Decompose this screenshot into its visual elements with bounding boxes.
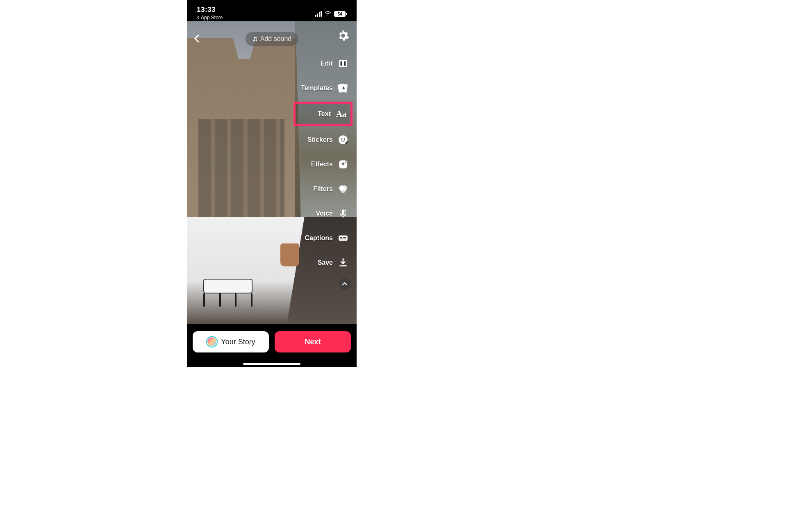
tool-templates[interactable]: Templates	[298, 80, 352, 96]
battery-level: 54	[337, 12, 342, 16]
tool-save[interactable]: Save	[298, 255, 352, 271]
wifi-icon	[324, 10, 332, 18]
effects-icon	[337, 158, 349, 171]
tool-edit[interactable]: Edit	[298, 56, 352, 71]
phone-frame: 13:33 App Store 54	[187, 0, 357, 367]
tool-effects[interactable]: Effects	[298, 157, 352, 172]
tool-save-label: Save	[318, 259, 333, 266]
add-sound-label: Add sound	[260, 35, 292, 43]
collapse-tools-button[interactable]	[339, 278, 351, 290]
back-caret-icon	[197, 16, 200, 19]
stickers-icon	[337, 134, 349, 146]
settings-button[interactable]	[337, 30, 349, 43]
svg-rect-15	[340, 239, 343, 239]
svg-rect-16	[344, 239, 346, 239]
edit-icon	[337, 57, 349, 70]
text-icon: Aa	[335, 108, 347, 120]
add-sound-button[interactable]: Add sound	[246, 32, 298, 46]
next-label: Next	[305, 338, 321, 346]
tool-effects-label: Effects	[311, 161, 333, 168]
templates-icon	[337, 82, 349, 94]
chevron-left-icon	[193, 34, 202, 43]
status-back-label: App Store	[201, 15, 223, 20]
avatar-ring	[206, 336, 218, 348]
tool-filters-label: Filters	[313, 185, 333, 193]
captions-icon	[337, 232, 349, 244]
status-time: 13:33	[197, 6, 223, 14]
tool-captions[interactable]: Captions	[298, 230, 352, 246]
tool-text[interactable]: Text Aa	[293, 102, 353, 126]
chevron-up-icon	[341, 280, 348, 288]
svg-rect-14	[343, 237, 346, 238]
svg-point-10	[341, 188, 346, 193]
voice-icon	[337, 207, 349, 220]
svg-point-4	[341, 138, 342, 139]
svg-rect-2	[344, 61, 346, 66]
home-indicator[interactable]	[243, 363, 300, 365]
svg-rect-0	[339, 60, 347, 67]
tool-edit-label: Edit	[321, 60, 333, 67]
status-bar: 13:33 App Store 54	[187, 0, 357, 21]
bottom-bar: Your Story Next	[187, 324, 357, 367]
tool-captions-label: Captions	[305, 234, 333, 242]
tool-voice[interactable]: Voice	[298, 206, 352, 221]
tool-voice-label: Voice	[316, 210, 333, 217]
video-preview[interactable]: Add sound Edit Templates Text Aa	[187, 21, 357, 324]
svg-rect-1	[341, 61, 342, 66]
svg-point-7	[345, 161, 346, 163]
avatar	[207, 337, 216, 346]
tool-stickers[interactable]: Stickers	[298, 132, 352, 148]
back-button[interactable]	[193, 33, 202, 46]
your-story-label: Your Story	[221, 338, 255, 346]
svg-rect-13	[340, 237, 342, 238]
svg-rect-11	[342, 209, 345, 215]
music-note-icon	[252, 36, 258, 42]
download-icon	[337, 257, 349, 269]
svg-point-5	[344, 138, 345, 139]
filters-icon	[337, 183, 349, 195]
cellular-signal-icon	[315, 11, 322, 17]
tool-templates-label: Templates	[301, 84, 333, 92]
next-button[interactable]: Next	[275, 331, 351, 352]
svg-rect-12	[339, 236, 348, 241]
battery-indicator: 54	[334, 11, 347, 17]
tool-text-label: Text	[318, 110, 331, 118]
status-back-to-app[interactable]: App Store	[197, 15, 223, 20]
gear-icon	[337, 30, 349, 42]
editor-tool-rail: Edit Templates Text Aa Stickers	[298, 56, 352, 290]
tool-stickers-label: Stickers	[307, 136, 333, 143]
your-story-button[interactable]: Your Story	[193, 331, 269, 352]
tool-filters[interactable]: Filters	[298, 181, 352, 197]
